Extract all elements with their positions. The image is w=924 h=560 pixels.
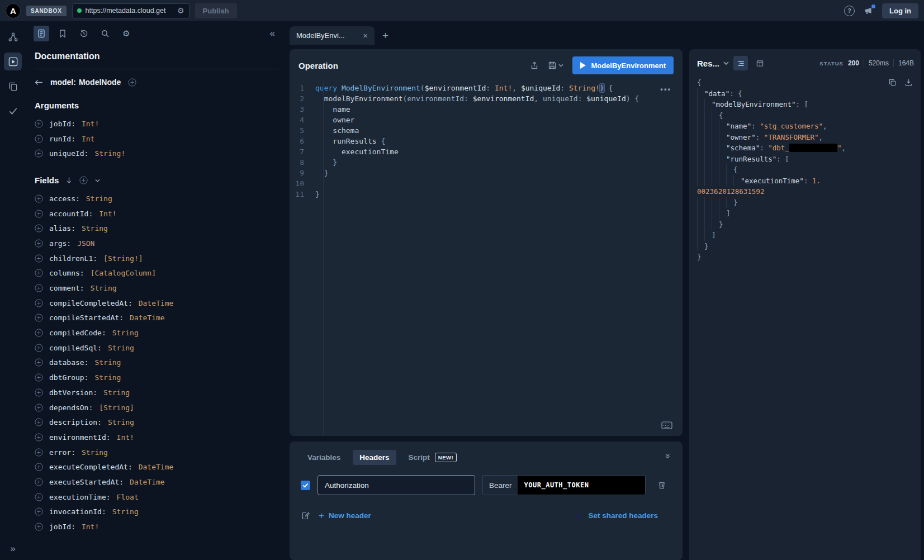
schema-icon[interactable] [4, 28, 22, 46]
operation-tab[interactable]: ModelByEnvi... × [290, 26, 375, 45]
doc-field-row[interactable]: dbtVersion:String [35, 385, 278, 400]
doc-field-row[interactable]: runId:Int [35, 131, 278, 146]
add-field-icon[interactable] [35, 120, 43, 128]
add-field-icon[interactable] [35, 254, 43, 263]
bookmark-icon[interactable] [55, 26, 70, 41]
doc-field-row[interactable]: dbtGroup:String [35, 370, 278, 385]
doc-field-row[interactable]: executionTime:Float [35, 490, 278, 505]
query-editor[interactable]: 1query ModelByEnvironment($environmentId… [290, 82, 683, 436]
doc-field-row[interactable]: environmentId:Int! [35, 430, 278, 445]
doc-field-row[interactable]: invocationId:String [35, 505, 278, 520]
auth-token-chip[interactable]: YOUR_AUTH_TOKEN [518, 476, 645, 495]
add-field-icon[interactable] [35, 239, 43, 248]
login-button[interactable]: Log in [882, 3, 918, 18]
editor-menu-icon[interactable]: ••• [660, 85, 671, 93]
fields-options-chevron-icon[interactable] [95, 179, 100, 182]
new-tab-icon[interactable]: + [382, 30, 388, 41]
add-field-icon[interactable] [35, 210, 43, 218]
add-field-icon[interactable] [35, 448, 43, 457]
settings-icon[interactable]: ⚙ [119, 26, 134, 41]
help-icon[interactable]: ? [844, 6, 855, 16]
run-operation-button[interactable]: ModelByEnvironment [572, 56, 674, 74]
endpoint-url-input[interactable]: https://metadata.cloud.get ⚙ [72, 3, 189, 18]
add-field-icon[interactable] [35, 388, 43, 397]
add-field-icon[interactable] [35, 194, 43, 203]
header-value-input[interactable]: Bearer YOUR_AUTH_TOKEN [482, 475, 646, 495]
sort-fields-icon[interactable] [66, 177, 72, 184]
header-key-input[interactable]: Authorization [318, 475, 475, 495]
add-field-icon[interactable] [35, 329, 43, 337]
doc-field-row[interactable]: alias:String [35, 221, 278, 236]
doc-field-row[interactable]: jobId:Int! [35, 116, 278, 131]
doc-field-row[interactable]: columns:[CatalogColumn] [35, 266, 278, 281]
apollo-logo[interactable]: A [6, 3, 21, 18]
announcements-icon[interactable] [864, 6, 873, 16]
copy-response-icon[interactable] [888, 78, 897, 87]
add-field-icon[interactable] [35, 418, 43, 426]
expand-rail-icon[interactable]: » [0, 543, 26, 554]
delete-header-icon[interactable] [657, 481, 666, 490]
doc-field-row[interactable]: executeStartedAt:DateTime [35, 474, 278, 490]
search-icon[interactable] [97, 26, 113, 41]
share-operation-icon[interactable] [530, 61, 539, 70]
tab-headers[interactable]: Headers [353, 450, 396, 465]
save-operation-icon[interactable] [548, 61, 563, 70]
doc-field-row[interactable]: executeCompletedAt:DateTime [35, 459, 278, 474]
doc-field-row[interactable]: compiledSql:String [35, 340, 278, 355]
add-field-icon[interactable] [35, 284, 43, 292]
formatted-view-icon[interactable] [733, 56, 748, 70]
add-field-icon[interactable] [35, 478, 43, 486]
add-field-icon[interactable] [35, 149, 43, 158]
response-title-dropdown[interactable]: Res... [697, 59, 729, 68]
add-field-icon[interactable] [35, 269, 43, 277]
doc-field-row[interactable]: args:JSON [35, 236, 278, 251]
set-shared-headers-link[interactable]: Set shared headers [588, 511, 658, 520]
doc-field-row[interactable]: jobId:Int! [35, 519, 278, 534]
doc-field-row[interactable]: compiledCode:String [35, 325, 278, 340]
tab-script[interactable]: ScriptNEW! [402, 449, 464, 466]
endpoint-settings-icon[interactable]: ⚙ [177, 7, 184, 15]
doc-field-row[interactable]: error:String [35, 445, 278, 460]
back-icon[interactable] [35, 79, 43, 86]
add-field-icon[interactable] [35, 299, 43, 307]
history-icon[interactable] [76, 26, 92, 41]
doc-field-row[interactable]: description:String [35, 415, 278, 430]
add-field-icon[interactable] [35, 135, 43, 143]
add-field-icon[interactable] [35, 433, 43, 442]
table-view-icon[interactable] [752, 56, 767, 70]
add-field-icon[interactable] [35, 507, 43, 516]
header-enabled-checkbox[interactable] [301, 481, 310, 490]
keyboard-shortcuts-icon[interactable] [661, 421, 672, 429]
add-field-icon[interactable] [35, 404, 43, 412]
close-tab-icon[interactable]: × [363, 31, 368, 40]
new-header-button[interactable]: + New header [319, 511, 371, 520]
doc-field-row[interactable]: accountId:Int! [35, 206, 278, 221]
publish-button[interactable]: Publish [195, 3, 237, 18]
add-field-icon[interactable] [35, 463, 43, 471]
tab-variables[interactable]: Variables [301, 450, 347, 465]
doc-field-row[interactable]: dependsOn:[String] [35, 400, 278, 415]
add-field-icon[interactable] [35, 523, 43, 531]
add-field-icon[interactable] [35, 373, 43, 382]
doc-field-row[interactable]: comment:String [35, 281, 278, 296]
add-field-icon[interactable] [35, 314, 43, 322]
add-field-icon[interactable] [35, 224, 43, 232]
add-field-icon[interactable] [35, 493, 43, 501]
add-field-icon[interactable] [35, 344, 43, 352]
collapse-docs-icon[interactable]: « [270, 28, 275, 39]
doc-field-row[interactable]: compileCompletedAt:DateTime [35, 296, 278, 311]
doc-field-row[interactable]: compileStartedAt:DateTime [35, 311, 278, 326]
download-response-icon[interactable] [904, 78, 913, 87]
doc-field-row[interactable]: access:String [35, 191, 278, 206]
add-field-icon[interactable] [35, 358, 43, 367]
checks-icon[interactable] [4, 102, 22, 120]
operation-collections-icon[interactable] [4, 77, 22, 95]
collapse-io-panel-icon[interactable]: » [662, 453, 673, 458]
add-type-icon[interactable] [128, 78, 136, 87]
doc-field-row[interactable]: uniqueId:String! [35, 146, 278, 161]
add-all-fields-icon[interactable] [79, 176, 88, 184]
documentation-tab-icon[interactable] [34, 26, 49, 41]
explorer-icon[interactable] [4, 53, 22, 70]
doc-field-row[interactable]: childrenL1:[String!] [35, 251, 278, 266]
environment-settings-icon[interactable] [301, 511, 310, 520]
